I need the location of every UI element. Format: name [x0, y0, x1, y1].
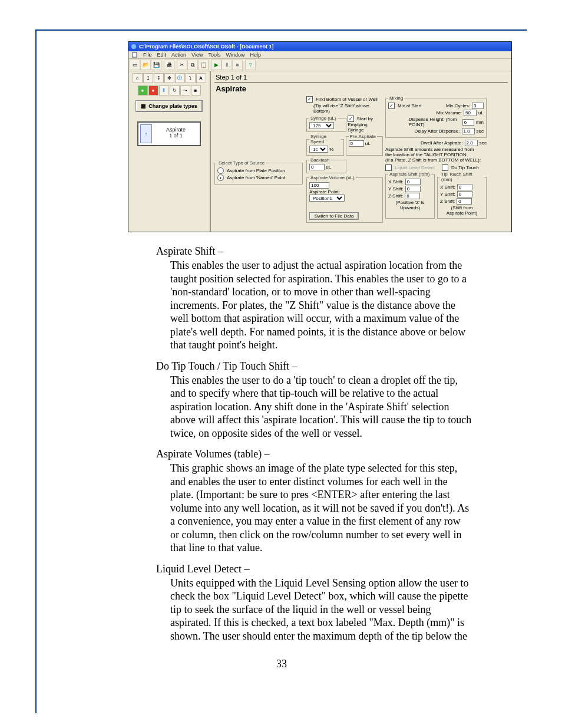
mix-cycles-label: Mix Cycles: [446, 103, 470, 108]
backlash-input[interactable] [309, 164, 325, 170]
menu-file[interactable]: File [143, 52, 152, 58]
desc-lld: Units equipped with the Liquid Level Sen… [170, 577, 472, 643]
menu-edit[interactable]: Edit [157, 52, 167, 58]
tool-shuck-tips-icon[interactable]: ⤵ [186, 73, 196, 83]
change-plate-types-button[interactable]: ▦ Change plate types [135, 100, 203, 112]
new-icon[interactable]: ▭ [130, 60, 140, 70]
doc-icon [132, 52, 138, 58]
shift-note-2: the location of the TAUGHT POSITION [385, 152, 487, 157]
menu-help[interactable]: Help [250, 52, 261, 58]
tool-text-icon[interactable]: A [196, 73, 206, 83]
tool-loop-icon[interactable]: ↻ [170, 85, 180, 95]
help-icon[interactable]: ? [245, 60, 256, 70]
preaspirate-input[interactable] [349, 140, 364, 147]
radio-named[interactable]: • [217, 174, 224, 181]
window-titlebar: C:\Program Files\SOLOSoft\SOLOSoft - [Do… [128, 42, 511, 51]
aspvol-input[interactable] [309, 182, 329, 189]
step-card[interactable]: ↑ Aspirate 1 of 1 [137, 121, 201, 146]
backlash-group: Backlash uL [306, 157, 346, 173]
save-icon[interactable]: 💾 [151, 60, 161, 70]
source-group: Select Type of Source Aspirate from Plat… [214, 160, 303, 185]
tool-tip-up-icon[interactable]: ↥ [143, 73, 153, 83]
open-icon[interactable]: 📂 [140, 60, 151, 70]
tool-dispense-icon[interactable]: ● [148, 85, 158, 95]
tool-get-tips-icon[interactable]: Ⓣ [175, 73, 185, 83]
aspvol-point-select[interactable]: Position1 [309, 195, 345, 202]
document-body: Aspirate Shift – This enables the user t… [51, 245, 512, 643]
tool-end-icon[interactable]: ■ [191, 85, 201, 95]
change-plate-label: Change plate types [148, 103, 197, 109]
step-card-sub: 1 of 1 [154, 133, 198, 139]
step-counter: Step 1 of 1 [214, 73, 508, 83]
tip-touch-checkbox[interactable] [442, 164, 448, 171]
switch-file-data-button[interactable]: Switch to File Data [309, 212, 359, 220]
run-icon[interactable]: ▶ [211, 60, 222, 70]
syringe-speed-group: Syringe Speed 100 % [306, 134, 344, 156]
desc-aspirate-volumes: This graphic shows an image of the plate… [170, 462, 472, 555]
copy-icon[interactable]: ⧉ [187, 60, 198, 70]
delay-unit: sec [477, 129, 484, 134]
menu-view[interactable]: View [191, 52, 203, 58]
stop-icon[interactable]: ■ [232, 60, 243, 70]
syringe-select[interactable]: 125 [309, 122, 334, 129]
left-panel: ⌂ ↥ ↧ ✥ Ⓣ ⤵ A ● ● Ⅱ ↻ ⤳ ■ [128, 71, 211, 232]
svg-point-0 [131, 44, 136, 49]
mix-at-start-label: Mix at Start [398, 103, 421, 108]
asp-x-input[interactable] [405, 179, 421, 185]
tool-home-icon[interactable]: ⌂ [133, 73, 143, 83]
tool-tip-down-icon[interactable]: ↧ [154, 73, 164, 83]
mixing-group: Mixing ✓ Mix at Start Mix Cycles: Mix Vo… [385, 95, 487, 138]
dwell-label: Dwell After Aspirate: [421, 140, 463, 146]
svg-rect-1 [133, 52, 137, 57]
asp-y-input[interactable] [405, 186, 421, 192]
tool-move-icon[interactable]: ✥ [164, 73, 174, 83]
syringe-group: Syringe (uL) 125 [306, 116, 346, 132]
tool-aspirate-icon[interactable]: ● [138, 85, 148, 95]
syringe-speed-unit: % [329, 147, 333, 152]
dwell-input[interactable] [465, 140, 478, 146]
radio-plate[interactable] [217, 167, 224, 174]
menubar: File Edit Action View Tools Window Help [128, 51, 511, 59]
term-aspirate-volumes: Aspirate Volumes (table) – [156, 448, 507, 460]
disp-height-unit: mm [476, 120, 484, 125]
tip-touch-label: Do Tip Touch [451, 165, 479, 170]
menu-window[interactable]: Window [226, 52, 244, 58]
disp-height-input[interactable] [462, 119, 474, 126]
tt-z-label: Z Shift: [440, 199, 455, 204]
term-aspirate-shift: Aspirate Shift – [156, 245, 507, 258]
tool-branch-icon[interactable]: ⤳ [180, 85, 190, 95]
tt-y-input[interactable] [457, 191, 472, 197]
tt-x-input[interactable] [457, 184, 472, 190]
source-opt1: Aspirate from Plate Position [227, 168, 285, 173]
paste-icon[interactable]: 📋 [198, 60, 209, 70]
page-number: 33 [51, 658, 512, 670]
mix-vol-input[interactable] [464, 110, 477, 116]
app-icon [131, 44, 137, 50]
find-bottom-label: Find Bottom of Vessel or Well [316, 97, 378, 102]
find-bottom-hint: (Tip will rise 'Z Shift' above Bottom) [313, 103, 383, 114]
dwell-unit: sec [480, 140, 487, 146]
mix-vol-label: Mix Volume: [437, 110, 462, 116]
tt-z-input[interactable] [457, 198, 472, 205]
cut-icon[interactable]: ✂ [177, 60, 187, 70]
menu-tools[interactable]: Tools [208, 52, 220, 58]
mix-at-start-checkbox[interactable]: ✓ [388, 103, 395, 109]
syringe-legend: Syringe (uL) [309, 116, 338, 121]
mix-vol-unit: uL [478, 110, 484, 116]
menu-action[interactable]: Action [171, 52, 186, 58]
tool-pause-icon[interactable]: Ⅱ [159, 85, 169, 95]
step-toolbar: ⌂ ↥ ↧ ✥ Ⓣ ⤵ A [131, 73, 207, 83]
find-bottom-checkbox[interactable]: ✓ [306, 96, 313, 103]
step-toolbar-2: ● ● Ⅱ ↻ ⤳ ■ [131, 85, 207, 95]
pause-icon[interactable]: ⏸ [222, 60, 232, 70]
lld-checkbox[interactable] [385, 164, 392, 171]
start-empty-checkbox[interactable]: ✓ [348, 116, 354, 122]
mix-cycles-input[interactable] [472, 103, 484, 109]
step-card-title: Aspirate [154, 127, 198, 133]
term-lld: Liquid Level Detect – [156, 563, 507, 575]
delay-input[interactable] [462, 128, 475, 134]
asp-z-input[interactable] [405, 193, 420, 199]
mixing-legend: Mixing [388, 95, 404, 101]
print-icon[interactable]: 🖶 [164, 60, 174, 70]
syringe-speed-select[interactable]: 100 [309, 146, 328, 153]
